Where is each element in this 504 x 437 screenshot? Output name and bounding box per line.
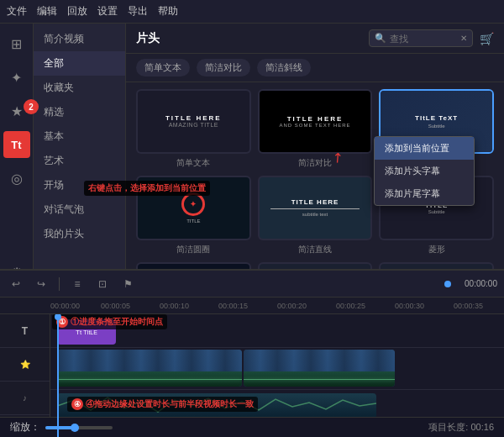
timeline-toolbar: ↩ ↪ ≡ ⊡ ⚑ 00:00:00	[0, 271, 504, 297]
ruler-mark-6: 00:00:30	[395, 302, 424, 310]
card-wrapper-simple-text: TITLE HERE AMAZING TITLE 简单文本	[136, 89, 251, 169]
category-dialogue[interactable]: 对话气泡	[34, 197, 125, 222]
status-bar: 缩放： 项目长度: 00:16	[0, 417, 504, 437]
category-panel: 简介视频 全部 收藏夹 精选 基本 艺术 开场 对话气泡 我的片头	[34, 24, 126, 292]
category-art[interactable]: 艺术	[34, 149, 125, 173]
undo-button[interactable]: ↩	[7, 275, 25, 293]
title-card-label-simple-text: 简单文本	[136, 157, 251, 169]
playhead[interactable]	[57, 314, 59, 437]
card-wrapper-contrast: TITLE HERE AND SOME TEXT HERE 简洁对比	[258, 89, 373, 169]
panel-title: 片头	[136, 31, 160, 46]
menu-item-playback[interactable]: 回放	[67, 4, 87, 18]
sticker-icon[interactable]: ◎	[3, 165, 30, 192]
timeline-area: ↩ ↪ ≡ ⊡ ⚑ 00:00:00 00:00:00 00:00:05 00:…	[0, 269, 504, 437]
category-intro-video[interactable]: 简介视频	[34, 27, 125, 51]
annotation-4-text: ④拖动边缘处设置时长与前半段视频时长一致	[86, 398, 254, 410]
menu-bar: 文件 编辑 回放 设置 导出 帮助	[0, 0, 504, 24]
track-label-audio: ♪	[0, 382, 50, 415]
audio-wave-2	[244, 371, 395, 387]
title-icon[interactable]: Tt	[3, 131, 30, 158]
filter-slanted[interactable]: 简洁斜线	[257, 59, 311, 76]
toolbar-separator-1	[59, 277, 60, 291]
menu-item-export[interactable]: 导出	[128, 4, 148, 18]
filter-simple-text[interactable]: 简单文本	[136, 59, 190, 76]
context-menu-add-current[interactable]: 添加到当前位置	[375, 137, 474, 160]
category-featured[interactable]: 精选	[34, 100, 125, 124]
split-button[interactable]: ≡	[68, 275, 87, 293]
zoom-label: 缩放：	[10, 420, 40, 434]
category-basic[interactable]: 基本	[34, 124, 125, 149]
ruler-mark-7: 00:00:35	[454, 302, 483, 310]
annotation-1-text: ①进度条拖至开始时间点	[71, 316, 163, 328]
ruler-mark-3: 00:00:15	[218, 302, 248, 310]
status-left: 缩放：	[10, 420, 113, 434]
cart-icon[interactable]: 🛒	[480, 32, 494, 45]
ruler-mark-1: 00:00:05	[101, 302, 130, 310]
timeline-ruler: 00:00:00 00:00:05 00:00:10 00:00:15 00:0…	[0, 297, 504, 314]
card-wrapper-line: TITLE HERE subtitle text 简洁直线	[258, 176, 373, 255]
selected-card-title: TItLE TeXT	[415, 114, 458, 122]
menu-item-edit[interactable]: 编辑	[37, 4, 57, 18]
video-track	[50, 348, 504, 390]
annotation-circle-2: 2	[24, 99, 39, 114]
zoom-fill	[45, 426, 72, 429]
annotation-4: ④ ④拖动边缘处设置时长与前半段视频时长一致	[67, 397, 258, 412]
playhead-indicator	[444, 281, 451, 287]
redo-button[interactable]: ↪	[32, 275, 50, 293]
ruler-mark-4: 00:00:20	[277, 302, 307, 310]
category-all[interactable]: 全部	[34, 51, 125, 76]
title-card-simple-text[interactable]: TITLE HERE AMAZING TITLE	[136, 89, 251, 154]
video-clip-2[interactable]	[244, 350, 395, 387]
duration-display: 项目长度: 00:16	[428, 421, 494, 434]
zoom-handle	[71, 424, 79, 432]
transition-icon[interactable]: ✦	[3, 64, 30, 91]
track-label-text: T	[0, 314, 50, 348]
title-card-label-contrast: 简洁对比	[258, 157, 373, 169]
title-card-label-line: 简洁直线	[258, 244, 373, 255]
track-label-video: ⭐	[0, 348, 50, 382]
ruler-mark-2: 00:00:10	[160, 302, 189, 310]
context-menu-add-ending[interactable]: 添加片尾字幕	[375, 182, 474, 205]
ruler-mark-5: 00:00:25	[336, 302, 365, 310]
search-icon: 🔍	[375, 33, 386, 44]
wave-line	[57, 379, 242, 380]
annotation-3-text: 右键点击，选择添加到当前位置	[84, 181, 210, 196]
search-input[interactable]	[390, 34, 457, 44]
filter-tabs: 简单文本 简洁对比 简洁斜线	[126, 54, 504, 82]
ruler-mark-0: 00:00:00	[50, 302, 80, 310]
layout-button[interactable]: ⊡	[93, 275, 112, 293]
video-clip-1[interactable]	[57, 350, 242, 387]
annotation-1: ① ①进度条拖至开始时间点	[52, 314, 167, 329]
clear-search-icon[interactable]: ✕	[460, 34, 467, 43]
panel-header: 片头 🔍 ✕ 🛒	[126, 24, 504, 54]
title-card-line[interactable]: TITLE HERE subtitle text	[258, 176, 373, 240]
search-box[interactable]: 🔍 ✕	[369, 29, 473, 47]
category-my-titles[interactable]: 我的片头	[34, 222, 125, 246]
menu-item-file[interactable]: 文件	[7, 4, 27, 18]
flag-button[interactable]: ⚑	[118, 275, 137, 293]
zoom-slider[interactable]	[45, 426, 113, 429]
wave-line-2	[244, 379, 395, 380]
menu-item-settings[interactable]: 设置	[97, 4, 118, 18]
menu-item-help[interactable]: 帮助	[158, 4, 178, 18]
filter-contrast[interactable]: 简洁对比	[197, 59, 250, 76]
category-favorites[interactable]: 收藏夹	[34, 76, 125, 100]
title-card-label-circle: 简洁圆圈	[136, 244, 251, 255]
selected-card-subtitle: Subtitle	[428, 124, 445, 129]
timecode-display: 00:00:00	[465, 279, 497, 288]
audio-wave	[57, 371, 242, 387]
video-thumbnail-2	[244, 350, 395, 371]
context-menu-add-opening[interactable]: 添加片头字幕	[375, 160, 474, 182]
video-thumbnail	[57, 350, 242, 371]
context-menu: 添加到当前位置 添加片头字幕 添加片尾字幕	[374, 136, 475, 206]
title-card-contrast[interactable]: TITLE HERE AND SOME TEXT HERE	[258, 89, 373, 154]
left-sidebar: ⊞ ✦ ★ Tt ◎ ⚙	[0, 24, 34, 292]
media-icon[interactable]: ⊞	[3, 30, 30, 57]
title-card-label-diamond: 菱形	[379, 244, 494, 255]
